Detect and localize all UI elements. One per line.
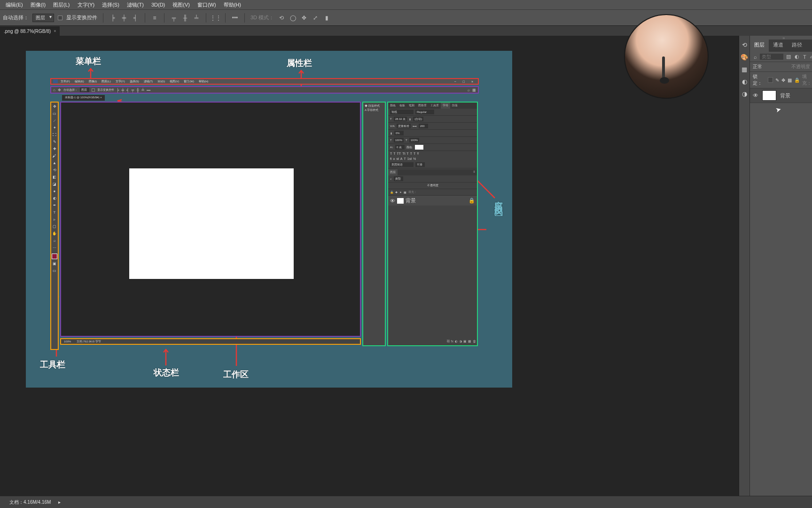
ext-paragraph-styles[interactable]: ◆ 段落样式 bbox=[365, 104, 383, 108]
group-icon[interactable]: ▣ bbox=[463, 340, 467, 343]
lock-icon[interactable]: ✚ bbox=[395, 190, 398, 194]
inner-menu-image[interactable]: 图像(I) bbox=[87, 79, 99, 84]
visibility-icon[interactable]: 👁 bbox=[753, 92, 758, 99]
italic-icon[interactable]: T bbox=[393, 152, 395, 155]
history-brush-icon[interactable]: ⟲ bbox=[52, 167, 57, 173]
blend-mode[interactable]: 不透明度 bbox=[427, 183, 438, 188]
crop-tool-icon[interactable]: ⛶ bbox=[52, 132, 57, 137]
trash-icon[interactable]: 🗑 bbox=[473, 340, 476, 343]
menu-3d[interactable]: 3D(D) bbox=[148, 2, 169, 8]
blend-mode[interactable]: 正常 bbox=[753, 64, 762, 70]
inner-menu-layer[interactable]: 图层(L) bbox=[100, 79, 112, 84]
blur-tool-icon[interactable]: ● bbox=[52, 188, 57, 194]
search-icon[interactable]: ⌕ bbox=[753, 54, 758, 60]
wand-tool-icon[interactable]: ✦ bbox=[52, 125, 57, 130]
lock-all-icon[interactable]: 🔒 bbox=[794, 78, 800, 83]
heal-tool-icon[interactable]: ✚ bbox=[52, 146, 57, 151]
gradient-tool-icon[interactable]: ◪ bbox=[52, 181, 57, 187]
show-transform-checkbox[interactable] bbox=[58, 16, 62, 20]
menu-layer[interactable]: 图层(L) bbox=[49, 1, 73, 8]
menu-edit[interactable]: 编辑(E) bbox=[2, 1, 27, 8]
font-weight[interactable]: Regular bbox=[415, 110, 434, 114]
visibility-icon[interactable]: 👁 bbox=[390, 198, 395, 204]
dock-tab[interactable]: 色板 bbox=[398, 103, 407, 109]
align-icon[interactable]: ╞ bbox=[117, 88, 119, 92]
menu-help[interactable]: 帮助(H) bbox=[220, 1, 245, 8]
tab-layers[interactable]: 图层 bbox=[750, 40, 769, 52]
new-icon[interactable]: ▦ bbox=[468, 340, 471, 343]
allcaps-icon[interactable]: TT bbox=[397, 152, 401, 155]
workspace-icon[interactable]: ▦ bbox=[472, 88, 476, 92]
bold-icon[interactable]: T bbox=[390, 152, 392, 155]
3d-slide-icon[interactable]: ⤢ bbox=[312, 14, 319, 22]
layer-kind[interactable]: 类型 bbox=[394, 176, 403, 181]
inner-menu-3d[interactable]: 3D(D) bbox=[156, 80, 167, 83]
maximize-icon[interactable]: □ bbox=[461, 80, 467, 83]
adjustments-icon[interactable]: ◐ bbox=[739, 76, 750, 87]
close-icon[interactable]: × bbox=[54, 29, 56, 33]
search-icon[interactable]: ⌕ bbox=[468, 88, 470, 92]
filter-shape-icon[interactable]: ▱ bbox=[809, 54, 812, 60]
font-family[interactable]: 等线 bbox=[390, 110, 414, 114]
minimize-icon[interactable]: − bbox=[453, 80, 458, 83]
adjust-icon[interactable]: ◑ bbox=[459, 340, 462, 343]
tab-paths[interactable]: 路径 bbox=[788, 40, 806, 52]
ot-icon[interactable]: ½ bbox=[413, 157, 416, 160]
type-tool-icon[interactable]: T bbox=[52, 209, 57, 215]
tab-channels[interactable]: 通道 bbox=[769, 40, 788, 52]
path-tool-icon[interactable]: ▹ bbox=[52, 216, 57, 222]
dock-tab[interactable]: 工具库 bbox=[429, 103, 441, 109]
move-tool-icon[interactable]: ✥ bbox=[58, 88, 61, 92]
layer-row[interactable]: 👁 背景 bbox=[750, 88, 812, 103]
autoselect-target[interactable]: 图层 bbox=[32, 14, 54, 22]
inner-menu-window[interactable]: 窗口(W) bbox=[182, 79, 196, 84]
inner-zoom[interactable]: 100% bbox=[64, 340, 71, 343]
home-icon[interactable]: ⌂ bbox=[53, 88, 55, 92]
underline-icon[interactable]: T bbox=[414, 152, 415, 155]
ot-icon[interactable]: st bbox=[396, 157, 398, 160]
align-right-icon[interactable]: ╡ bbox=[132, 14, 139, 22]
text-color-swatch[interactable] bbox=[415, 145, 423, 150]
dock-tab[interactable]: 颜色 bbox=[388, 103, 398, 109]
document-tab[interactable]: .png @ 88.7%(RGB/8) × bbox=[0, 26, 60, 36]
align-stretch-icon[interactable]: ≡ bbox=[151, 14, 158, 22]
kerning[interactable]: 200 bbox=[419, 124, 428, 128]
color-icon[interactable]: 🎨 bbox=[739, 52, 750, 62]
ext-char-styles[interactable]: A 字符样式 bbox=[365, 108, 383, 112]
shape-tool-icon[interactable]: ▢ bbox=[52, 223, 57, 229]
lock-icon[interactable]: ▦ bbox=[404, 190, 406, 194]
search-icon[interactable]: ⌕ bbox=[390, 177, 392, 180]
more-icon[interactable]: ••• bbox=[231, 14, 239, 22]
3d-orbit-icon[interactable]: ⟲ bbox=[278, 14, 285, 22]
filter-adjust-icon[interactable]: ◐ bbox=[794, 54, 800, 60]
zoom-tool-icon[interactable]: ⌕ bbox=[52, 238, 57, 243]
ellipsis-icon[interactable]: ⋯ bbox=[52, 245, 57, 250]
ot-icon[interactable]: fi bbox=[390, 157, 392, 160]
inner-transform-checkbox[interactable] bbox=[92, 88, 95, 92]
align-icon[interactable]: ╡ bbox=[126, 88, 129, 92]
lock-artboard-icon[interactable]: ▦ bbox=[788, 78, 792, 83]
align-bottom-icon[interactable]: ╧ bbox=[193, 14, 200, 22]
inner-menu-edit[interactable]: 编辑(E) bbox=[73, 79, 86, 84]
anti-alias[interactable]: 平滑 bbox=[415, 162, 425, 167]
align-left-icon[interactable]: ╞ bbox=[109, 14, 117, 22]
dock-tab[interactable]: 图形库 bbox=[416, 103, 429, 109]
inner-menu-type[interactable]: 文字(Y) bbox=[114, 79, 127, 84]
inner-menu-help[interactable]: 帮助(H) bbox=[197, 79, 210, 84]
align-icon[interactable]: ╫ bbox=[137, 88, 140, 92]
inner-menu-view[interactable]: 视图(V) bbox=[168, 79, 181, 84]
swatches-icon[interactable]: ▦ bbox=[739, 64, 750, 74]
move-tool-icon[interactable]: ✥ bbox=[52, 103, 57, 109]
menu-type[interactable]: 文字(Y) bbox=[74, 1, 99, 8]
lock-image-icon[interactable]: ✎ bbox=[775, 78, 779, 83]
font-size[interactable]: 28.32 点 bbox=[394, 117, 407, 121]
strike-icon[interactable]: Ŧ bbox=[417, 152, 419, 155]
leading[interactable]: (自动) bbox=[413, 117, 423, 121]
dodge-tool-icon[interactable]: ◐ bbox=[52, 195, 57, 201]
pen-tool-icon[interactable]: ✒ bbox=[52, 202, 57, 208]
inner-canvas[interactable] bbox=[129, 168, 294, 279]
layers-tab[interactable]: 图层 bbox=[388, 169, 398, 175]
mask-mode-icon[interactable]: ▣ bbox=[52, 261, 57, 266]
3d-pan-icon[interactable]: ✥ bbox=[300, 14, 308, 22]
ot-icon[interactable]: 1st bbox=[407, 157, 412, 160]
